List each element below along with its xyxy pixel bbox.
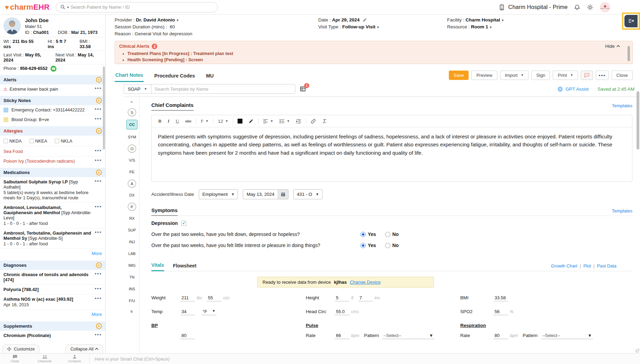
- bullet-list-icon[interactable]: ▼: [276, 119, 293, 124]
- allergy-checkbox-nkea[interactable]: NKEA: [29, 138, 47, 144]
- spo2-input[interactable]: 56: [494, 309, 508, 315]
- channels-button[interactable]: Channels: [30, 354, 60, 364]
- temp-input[interactable]: 34: [180, 309, 195, 315]
- diagnosis-item[interactable]: Chronic disease of tonsils and adenoids …: [0, 270, 105, 285]
- provider-field[interactable]: Provider : Dr. David Antonio▼: [115, 17, 318, 22]
- rail-item-physical-exam[interactable]: PE: [128, 168, 136, 176]
- resize-handle[interactable]: [635, 349, 639, 353]
- pulse-pattern-select[interactable]: --Select--▼: [382, 333, 434, 339]
- rail-item-chief-complaints[interactable]: CC: [126, 120, 137, 129]
- gpt-assist-button[interactable]: GPT Assist: [557, 86, 589, 92]
- radio-yes[interactable]: Yes: [361, 232, 376, 237]
- weight-lbs-input[interactable]: 211: [180, 295, 195, 301]
- calendar-icon[interactable]: [278, 190, 288, 199]
- rail-scroll-down-icon[interactable]: »: [131, 308, 133, 314]
- item-menu-icon[interactable]: ●●●: [95, 272, 102, 282]
- comments-button[interactable]: [581, 71, 593, 80]
- sidebar-scrollbar[interactable]: [103, 66, 105, 149]
- import-button[interactable]: Import▼: [500, 71, 529, 80]
- settings-gear-icon[interactable]: [587, 4, 594, 11]
- template-queue-button[interactable]: 1: [300, 86, 306, 92]
- more-actions-button[interactable]: •••: [596, 71, 609, 80]
- resource-field[interactable]: Resource : Room 1▼: [447, 24, 607, 29]
- customize-button[interactable]: Customize: [2, 344, 39, 353]
- item-menu-icon[interactable]: ●●●: [95, 287, 102, 292]
- smart-chat-input[interactable]: [95, 356, 240, 362]
- rail-item-symptoms[interactable]: SYM: [128, 133, 136, 141]
- user-avatar[interactable]: ✚ HEALTH CARE: [600, 2, 610, 12]
- rail-item-injections[interactable]: INJ: [128, 238, 136, 246]
- item-menu-icon[interactable]: ●●●: [95, 107, 102, 112]
- align-icon[interactable]: ▼: [260, 119, 276, 124]
- chats-button[interactable]: Chats: [0, 354, 30, 364]
- rail-item-vitals[interactable]: V/S: [128, 156, 136, 164]
- symptoms-templates-link[interactable]: Templates: [612, 208, 632, 216]
- add-medication-button[interactable]: +: [96, 170, 102, 175]
- diagnoses-more-link[interactable]: More: [92, 312, 102, 317]
- rail-scroll-up-icon[interactable]: ‹: [131, 99, 133, 105]
- underline-icon[interactable]: U: [172, 118, 182, 124]
- font-size-select[interactable]: 12▼: [215, 119, 231, 124]
- add-sticky-button[interactable]: +: [96, 98, 102, 103]
- patient-photo[interactable]: [3, 17, 21, 35]
- visit-type-field[interactable]: Visit Type : Follow-up Visit▼: [318, 24, 447, 29]
- alert-item[interactable]: ⚠Extreme lower back pain ●●●: [0, 84, 105, 94]
- medication-item[interactable]: Ambroxol, Terbutaline, Gauiphenesin and …: [0, 228, 105, 249]
- highlight-pen-icon[interactable]: [246, 119, 257, 124]
- text-color-icon[interactable]: [234, 119, 246, 124]
- rail-item-subjective[interactable]: S: [128, 108, 136, 116]
- radio-no[interactable]: No: [385, 232, 399, 237]
- tab-flowsheet[interactable]: Flowsheet: [173, 263, 196, 271]
- tab-procedure-codes[interactable]: Procedure Codes: [153, 69, 195, 82]
- preview-button[interactable]: Preview: [471, 71, 497, 80]
- add-alert-button[interactable]: +: [96, 77, 102, 83]
- height-ft-input[interactable]: 5: [335, 295, 349, 301]
- past-data-link[interactable]: Past Data: [597, 263, 616, 269]
- chief-templates-link[interactable]: Templates: [612, 103, 632, 110]
- rail-item-diagnoses[interactable]: DX: [128, 191, 136, 199]
- supplement-item[interactable]: Chromium (Picolinate) ●●●: [0, 331, 105, 340]
- tab-chart-notes[interactable]: Chart Notes: [115, 68, 144, 82]
- item-menu-icon[interactable]: ●●●: [95, 149, 102, 154]
- rail-item-rx[interactable]: RX: [128, 214, 136, 222]
- allergy-item[interactable]: Sea Food ●●●: [0, 146, 105, 156]
- sign-button[interactable]: Sign: [531, 71, 550, 80]
- accident-cause-select[interactable]: Employment▼: [199, 189, 238, 199]
- patient-search-input[interactable]: [71, 4, 213, 10]
- medication-item[interactable]: Salbutamol Sulphate Syrup I.P [Syp Astha…: [0, 177, 105, 203]
- rail-item-supplements[interactable]: SUP: [128, 226, 136, 234]
- rail-item-lab[interactable]: LAB: [128, 249, 136, 258]
- font-family-icon[interactable]: F▼: [198, 118, 212, 124]
- allergy-checkbox-nkda[interactable]: NKDA: [3, 138, 22, 144]
- item-menu-icon[interactable]: ●●●: [95, 230, 102, 246]
- rail-item-instructions[interactable]: INS: [128, 285, 136, 293]
- item-menu-icon[interactable]: ●●●: [95, 158, 102, 164]
- height-ins-input[interactable]: 7: [358, 295, 373, 301]
- sticky-item[interactable]: Emergency Contact: +331144422222 ●●●: [0, 105, 105, 115]
- change-device-link[interactable]: Change Device: [350, 280, 381, 285]
- strikethrough-icon[interactable]: abc: [182, 119, 195, 123]
- phone-call-icon[interactable]: ☎: [51, 66, 56, 72]
- radio-no[interactable]: No: [385, 243, 399, 248]
- item-menu-icon[interactable]: ●●●: [95, 179, 102, 200]
- radio-icon[interactable]: [361, 232, 366, 237]
- date-field[interactable]: Date : Apr 29, 2024: [318, 17, 447, 22]
- link-icon[interactable]: [308, 119, 319, 124]
- medication-item[interactable]: Ambroxol, Levosalbutamol, Gauiphenesin a…: [0, 203, 105, 228]
- item-menu-icon[interactable]: ●●●: [95, 297, 102, 307]
- plot-link[interactable]: Plot: [583, 263, 591, 269]
- diagnosis-item[interactable]: Asthma NOS w (ac) exac [493.92] Apr 16, …: [0, 294, 105, 310]
- head-circ-input[interactable]: 55.0: [335, 309, 349, 315]
- hide-alerts-button[interactable]: Hide: [605, 44, 620, 49]
- bp-systolic-input[interactable]: 80: [180, 333, 195, 339]
- italic-icon[interactable]: I: [165, 118, 172, 124]
- contacts-button[interactable]: Contacts: [60, 354, 89, 364]
- add-allergy-button[interactable]: +: [96, 128, 102, 134]
- allergy-checkbox-nkla[interactable]: NKLA: [55, 138, 72, 144]
- soap-format-select[interactable]: SOAP▼: [124, 84, 151, 93]
- pulse-rate-input[interactable]: 66: [335, 333, 349, 339]
- resp-rate-input[interactable]: 80: [494, 333, 508, 339]
- practice-selector[interactable]: Charm Hospital - Prime: [498, 4, 568, 11]
- item-menu-icon[interactable]: ●●●: [95, 205, 102, 226]
- tab-vitals[interactable]: Vitals: [151, 263, 164, 271]
